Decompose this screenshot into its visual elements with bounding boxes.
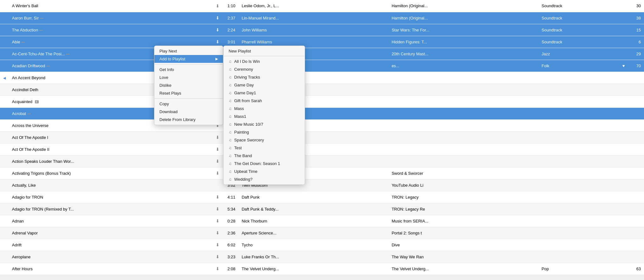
table-row[interactable]: Action Speaks Louder Than Wor... ⬇ 3:31 … [0, 155, 644, 167]
download-cell[interactable]: ⬇ [213, 24, 223, 36]
download-cell[interactable]: ⬇ [213, 263, 223, 275]
download-cell[interactable]: ⬇ [213, 227, 223, 239]
download-icon[interactable]: ⬇ [216, 230, 219, 235]
heart-cell[interactable] [619, 0, 628, 12]
context-menu[interactable]: Play NextAdd to Playlist▶Get InfoLoveDis… [154, 46, 223, 125]
table-row[interactable]: ◀ An Accent Beyond ⬇ 2:58 Aperture [0, 72, 644, 84]
submenu-playlist-all-i-do-is-win[interactable]: ♫ All I Do Is Win [224, 58, 305, 65]
submenu-playlist-test[interactable]: ♫ Test [224, 144, 305, 152]
heart-cell[interactable] [619, 263, 628, 275]
heart-cell[interactable] [619, 191, 628, 203]
download-cell[interactable]: ⬇ [213, 131, 223, 143]
context-menu-item-get-info[interactable]: Get Info [154, 66, 223, 74]
table-row[interactable]: The Abduction ••• ⬇ 2:24 John Williams S… [0, 24, 644, 36]
table-row[interactable]: Aaron Burr, Sir ••• ⬇ 2:37 Lin-Manuel Mi… [0, 12, 644, 24]
heart-cell[interactable] [619, 12, 628, 24]
table-row[interactable]: After Hours ⬇ 2:08 The Velvet Underg... … [0, 263, 644, 275]
table-row[interactable]: Adagio for TRON (Remixed by T... ⬇ 5:34 … [0, 203, 644, 215]
context-menu-item-delete-library[interactable]: Delete From Library [154, 116, 223, 124]
download-cell[interactable]: ⬇ [213, 12, 223, 24]
heart-cell[interactable] [619, 84, 628, 96]
submenu-playlist-painting[interactable]: ♫ Painting [224, 128, 305, 136]
context-menu-item-add-to-playlist[interactable]: Add to Playlist▶ [154, 55, 223, 63]
add-to-playlist-submenu[interactable]: New Playlist ♫ All I Do Is Win ♫ Ceremon… [223, 46, 305, 185]
table-row[interactable]: Acadian Driftwood ••• ⬇ 6:42 The Band es… [0, 60, 644, 72]
submenu-playlist-gift-from-sarah[interactable]: ♫ Gift from Sarah [224, 97, 305, 105]
download-cell[interactable]: ⬇ [213, 191, 223, 203]
table-row[interactable]: Adrift ⬇ 6:02 Tycho Dive [0, 239, 644, 251]
download-icon[interactable]: ⬇ [216, 254, 219, 259]
table-row[interactable]: Adagio for TRON ⬇ 4:11 Daft Punk TRON: L… [0, 191, 644, 203]
download-cell[interactable]: ⬇ [213, 251, 223, 263]
submenu-new-playlist[interactable]: New Playlist [224, 47, 305, 56]
table-row[interactable]: Act Of The Apostle I ⬇ 2:56 Belle and... [0, 131, 644, 143]
heart-cell[interactable] [619, 239, 628, 251]
heart-cell[interactable] [619, 131, 628, 143]
download-icon[interactable]: ⬇ [216, 135, 219, 140]
submenu-playlist-upbeat-time[interactable]: ♫ Upbeat Time [224, 167, 305, 175]
context-menu-item-dislike[interactable]: Dislike [154, 81, 223, 89]
submenu-playlist-mass1[interactable]: ♫ Mass1 [224, 113, 305, 120]
submenu-playlist-the-band[interactable]: ♫ The Band [224, 152, 305, 160]
download-icon[interactable]: ⬇ [216, 206, 219, 211]
table-row[interactable]: Across the Universe ⬇ 3:50 The Beatles [0, 119, 644, 131]
table-row[interactable]: A Winter's Ball ⬇ 1:10 Leslie Odom, Jr.,… [0, 0, 644, 12]
context-menu-item-love[interactable]: Love [154, 74, 223, 81]
table-row[interactable]: Activating Trigons (Bonus Track) ⬇ 1:23 … [0, 167, 644, 179]
heart-cell[interactable] [619, 36, 628, 48]
table-row[interactable]: Acquainted E ⬇ 5:49 The Weeknd [0, 96, 644, 107]
heart-cell[interactable] [619, 24, 628, 36]
submenu-playlist-driving-tracks[interactable]: ♫ Driving Tracks [224, 73, 305, 81]
download-icon[interactable]: ⬇ [216, 3, 219, 8]
heart-cell[interactable] [619, 119, 628, 131]
submenu-playlist-game-day[interactable]: ♫ Game Day [224, 81, 305, 89]
heart-cell[interactable] [619, 227, 628, 239]
context-menu-item-download[interactable]: Download [154, 108, 223, 116]
download-cell[interactable] [213, 179, 223, 191]
table-row[interactable]: Act Of The Apostle II ⬇ 4:21 Belle and..… [0, 143, 644, 155]
submenu-playlist-the-get-down-s1[interactable]: ♫ The Get Down: Season 1 [224, 160, 305, 167]
table-row[interactable]: Ac-Cent-Tchu-Ate The Posi... ••• ⬇ 2:43 … [0, 48, 644, 60]
submenu-playlist-ceremony[interactable]: ♫ Ceremony [224, 65, 305, 73]
table-row[interactable]: Actually, Like 3:02 Twin Musicom YouTube… [0, 179, 644, 191]
heart-cell[interactable] [619, 167, 628, 179]
table-row[interactable]: Adrenal Vapor ⬇ 2:36 Aperture Science...… [0, 227, 644, 239]
context-menu-item-play-next[interactable]: Play Next [154, 47, 223, 55]
table-row[interactable]: Accindtel Deth ⬇ 4:29 Rilo Kiley [0, 84, 644, 96]
heart-cell[interactable] [619, 155, 628, 167]
heart-cell[interactable] [619, 107, 628, 119]
download-cell[interactable]: ⬇ [213, 215, 223, 227]
download-icon[interactable]: ⬇ [216, 15, 219, 20]
heart-cell[interactable] [619, 143, 628, 155]
heart-cell[interactable] [619, 179, 628, 191]
table-row[interactable]: Adnan ⬇ 0:28 Nick Thorburn Music from SE… [0, 215, 644, 227]
heart-cell[interactable] [619, 203, 628, 215]
table-row[interactable]: Acrobat ••• ⬇ 3:38 Angel Ols... [0, 107, 644, 119]
heart-cell[interactable] [619, 48, 628, 60]
heart-cell[interactable] [619, 251, 628, 263]
heart-cell[interactable] [619, 96, 628, 107]
table-row[interactable]: Able ••• ⬇ 3:01 Pharrell Williams Hidden… [0, 36, 644, 48]
download-icon[interactable]: ⬇ [216, 195, 219, 200]
download-icon[interactable]: ⬇ [216, 218, 219, 223]
table-row[interactable]: Aeroplane ⬇ 3:23 Luke Franks Or Th... Th… [0, 251, 644, 263]
download-icon[interactable]: ⬇ [216, 171, 219, 176]
download-icon[interactable]: ⬇ [216, 266, 219, 271]
download-icon[interactable]: ⬇ [216, 147, 219, 152]
download-cell[interactable]: ⬇ [213, 203, 223, 215]
submenu-playlist-mass[interactable]: ♫ Mass [224, 105, 305, 113]
download-icon[interactable]: ⬇ [216, 27, 219, 32]
heart-cell[interactable]: ♥ [619, 60, 628, 72]
submenu-playlist-new-music-10-7[interactable]: ♫ New Music 10/7 [224, 120, 305, 128]
heart-cell[interactable] [619, 72, 628, 84]
heart-icon[interactable]: ♥ [622, 63, 625, 68]
download-cell[interactable]: ⬇ [213, 143, 223, 155]
download-icon[interactable]: ⬇ [216, 242, 219, 247]
submenu-playlist-wedding[interactable]: ♫ Wedding? [224, 175, 305, 183]
heart-cell[interactable] [619, 215, 628, 227]
submenu-playlist-space-sworcery[interactable]: ♫ Space Sworcery [224, 136, 305, 144]
context-menu-item-reset-plays[interactable]: Reset Plays [154, 89, 223, 97]
submenu-playlist-game-day1[interactable]: ♫ Game Day1 [224, 89, 305, 97]
download-icon[interactable]: ⬇ [216, 159, 219, 164]
context-menu-item-copy[interactable]: Copy [154, 100, 223, 108]
